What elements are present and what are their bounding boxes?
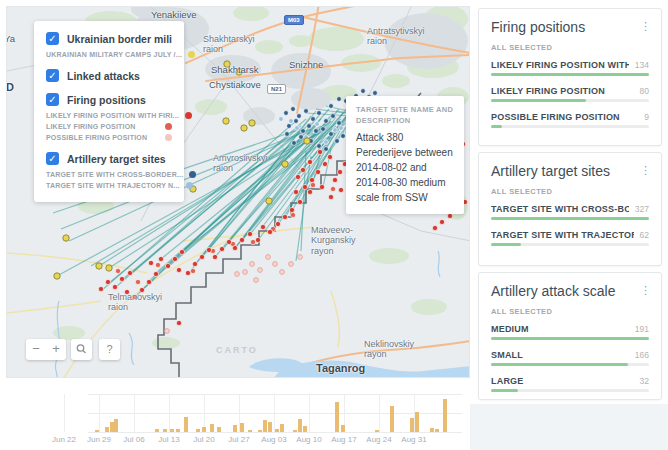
target-site-trajectory-marker[interactable]	[324, 140, 329, 145]
firing-position-with-flash-marker[interactable]	[165, 263, 170, 268]
target-site-trajectory-marker[interactable]	[279, 117, 284, 122]
target-site-cross-border-marker[interactable]	[311, 117, 316, 122]
firing-position-with-flash-marker[interactable]	[172, 256, 177, 261]
target-site-cross-border-marker[interactable]	[329, 104, 334, 109]
firing-position-with-flash-marker[interactable]	[158, 256, 163, 261]
firing-position-with-flash-marker[interactable]	[295, 174, 300, 179]
ukrainian-camp-marker[interactable]	[106, 265, 112, 271]
ukrainian-camp-marker[interactable]	[266, 198, 272, 204]
firing-position-with-flash-marker[interactable]	[98, 286, 103, 291]
target-site-cross-border-marker[interactable]	[287, 124, 292, 129]
firing-position-with-flash-marker[interactable]	[282, 214, 287, 219]
firing-position-with-flash-marker[interactable]	[293, 189, 298, 194]
possible-firing-position-marker[interactable]	[165, 329, 170, 334]
firing-position-with-flash-marker[interactable]	[309, 177, 314, 182]
target-site-trajectory-marker[interactable]	[339, 126, 344, 131]
firing-position-with-flash-marker[interactable]	[127, 270, 132, 275]
target-site-cross-border-marker[interactable]	[337, 121, 342, 126]
kebab-menu-icon[interactable]: ⋮	[640, 285, 651, 296]
firing-position-with-flash-marker[interactable]	[199, 254, 204, 259]
zoom-out-button[interactable]: −	[26, 339, 46, 360]
ukrainian-camp-marker[interactable]	[223, 118, 229, 124]
checkbox-checked-icon[interactable]: ✓	[46, 152, 59, 165]
target-site-cross-border-marker[interactable]	[317, 111, 322, 116]
target-site-cross-border-marker[interactable]	[361, 89, 366, 94]
possible-firing-position-marker[interactable]	[273, 262, 278, 267]
firing-position-with-flash-marker[interactable]	[105, 279, 110, 284]
possible-firing-position-marker[interactable]	[298, 255, 303, 260]
target-site-cross-border-marker[interactable]	[335, 139, 340, 144]
target-site-cross-border-marker[interactable]	[285, 132, 290, 137]
firing-position-with-flash-marker[interactable]	[119, 276, 124, 281]
filter-row[interactable]: LIKELY FIRING POSITION80	[491, 86, 649, 102]
likely-firing-position-marker[interactable]	[310, 182, 315, 187]
legend-entry[interactable]: TARGET SITE WITH CROSS-BORDER...	[46, 171, 172, 178]
firing-position-with-flash-marker[interactable]	[315, 169, 320, 174]
zoom-in-button[interactable]: +	[46, 339, 66, 360]
possible-firing-position-marker[interactable]	[235, 272, 240, 277]
target-site-cross-border-marker[interactable]	[294, 119, 299, 124]
firing-position-with-flash-marker[interactable]	[439, 219, 444, 224]
firing-position-with-flash-marker[interactable]	[260, 224, 265, 229]
target-site-cross-border-marker[interactable]	[292, 141, 297, 146]
firing-position-with-flash-marker[interactable]	[327, 154, 332, 159]
ukrainian-camp-marker[interactable]	[304, 138, 310, 144]
filter-row[interactable]: MEDIUM191	[491, 324, 649, 340]
target-site-cross-border-marker[interactable]	[317, 144, 322, 149]
firing-position-with-flash-marker[interactable]	[337, 169, 342, 174]
firing-position-with-flash-marker[interactable]	[297, 199, 302, 204]
target-site-cross-border-marker[interactable]	[297, 114, 302, 119]
firing-position-with-flash-marker[interactable]	[132, 294, 137, 299]
firing-position-with-flash-marker[interactable]	[317, 149, 322, 154]
firing-position-with-flash-marker[interactable]	[179, 249, 184, 254]
target-site-cross-border-marker[interactable]	[324, 119, 329, 124]
target-site-cross-border-marker[interactable]	[304, 109, 309, 114]
target-site-trajectory-marker[interactable]	[289, 119, 294, 124]
firing-position-with-flash-marker[interactable]	[148, 260, 153, 265]
target-site-cross-border-marker[interactable]	[299, 135, 304, 140]
likely-firing-position-marker[interactable]	[190, 268, 195, 273]
firing-position-with-flash-marker[interactable]	[139, 287, 144, 292]
target-site-cross-border-marker[interactable]	[321, 127, 326, 132]
possible-firing-position-marker[interactable]	[254, 278, 259, 283]
target-site-cross-border-marker[interactable]	[291, 107, 296, 112]
firing-position-with-flash-marker[interactable]	[192, 261, 197, 266]
filter-row[interactable]: TARGET SITE WITH TRAJECTORY N...62	[491, 230, 649, 246]
firing-position-with-flash-marker[interactable]	[185, 270, 190, 275]
likely-firing-position-marker[interactable]	[135, 279, 140, 284]
firing-position-with-flash-marker[interactable]	[307, 159, 312, 164]
firing-position-with-flash-marker[interactable]	[206, 247, 211, 252]
target-site-trajectory-marker[interactable]	[295, 126, 300, 131]
legend-entry[interactable]: POSSIBLE FIRING POSITION	[46, 134, 172, 141]
target-site-trajectory-marker[interactable]	[315, 122, 320, 127]
firing-position-with-flash-marker[interactable]	[432, 225, 437, 230]
possible-firing-position-marker[interactable]	[289, 262, 294, 267]
firing-position-with-flash-marker[interactable]	[153, 271, 158, 276]
map-canvas[interactable]: YenakiieveYaDShakhtarskyi raionAntratsyt…	[6, 6, 470, 378]
likely-firing-position-marker[interactable]	[290, 212, 295, 217]
ukrainian-camp-marker[interactable]	[54, 273, 60, 279]
legend-group-toggle[interactable]: ✓Firing positions	[46, 93, 172, 106]
firing-position-with-flash-marker[interactable]	[302, 184, 307, 189]
firing-position-with-flash-marker[interactable]	[112, 284, 117, 289]
likely-firing-position-marker[interactable]	[155, 262, 160, 267]
firing-position-with-flash-marker[interactable]	[247, 231, 252, 236]
target-site-cross-border-marker[interactable]	[284, 111, 289, 116]
help-button[interactable]: ?	[99, 339, 120, 360]
kebab-menu-icon[interactable]: ⋮	[640, 21, 651, 32]
likely-firing-position-marker[interactable]	[330, 186, 335, 191]
possible-firing-position-marker[interactable]	[250, 262, 255, 267]
target-site-cross-border-marker[interactable]	[301, 129, 306, 134]
firing-position-with-flash-marker[interactable]	[275, 221, 280, 226]
ukrainian-camp-marker[interactable]	[96, 263, 102, 269]
legend-entry[interactable]: UKRAINIAN MILITARY CAMPS JULY /...	[46, 51, 172, 58]
possible-firing-position-marker[interactable]	[258, 268, 263, 273]
target-site-trajectory-marker[interactable]	[333, 128, 338, 133]
legend-group-toggle[interactable]: ✓Linked attacks	[46, 69, 172, 82]
firing-position-with-flash-marker[interactable]	[338, 187, 343, 192]
likely-firing-position-marker[interactable]	[250, 239, 255, 244]
firing-position-with-flash-marker[interactable]	[289, 207, 294, 212]
search-button[interactable]	[71, 339, 92, 360]
ukrainian-camp-marker[interactable]	[241, 125, 247, 131]
target-site-cross-border-marker[interactable]	[324, 147, 329, 152]
